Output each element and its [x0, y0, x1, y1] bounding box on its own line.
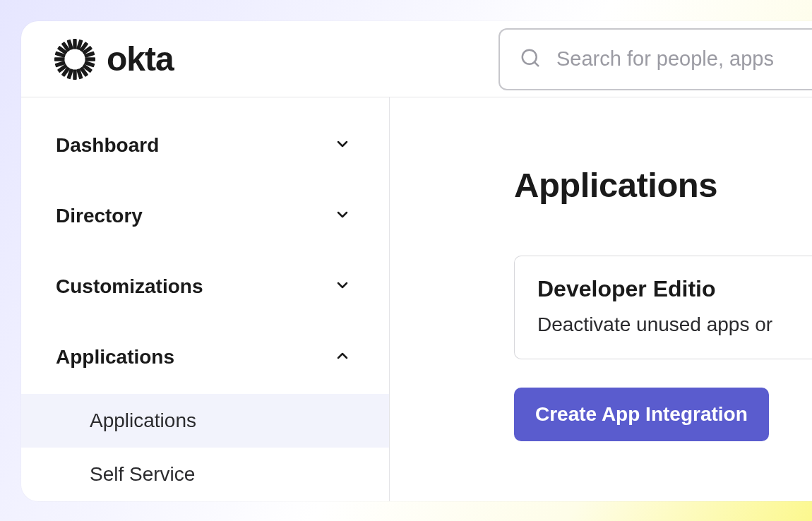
chevron-down-icon [334, 206, 351, 226]
brand-name: okta [107, 40, 174, 78]
sidebar-subitems-applications: Applications Self Service [21, 384, 389, 501]
create-app-integration-button[interactable]: Create App Integration [514, 388, 769, 441]
sidebar-item-label: Customizations [56, 275, 203, 298]
sidebar-item-directory[interactable]: Directory [21, 189, 389, 243]
sidebar-subitem-self-service[interactable]: Self Service [21, 448, 389, 501]
sidebar-item-label: Dashboard [56, 134, 159, 157]
main-content: Applications Developer Editio Deactivate… [390, 97, 812, 501]
notice-title: Developer Editio [537, 276, 812, 302]
sidebar-item-applications[interactable]: Applications [21, 330, 389, 384]
notice-box: Developer Editio Deactivate unused apps … [514, 256, 812, 359]
app-window: okta Dashboard Directory [21, 21, 812, 501]
sidebar-item-customizations[interactable]: Customizations [21, 260, 389, 313]
svg-line-2 [535, 61, 538, 65]
search-icon [520, 47, 541, 71]
search-input[interactable] [556, 47, 812, 71]
sidebar-item-label: Applications [56, 346, 174, 369]
sidebar: Dashboard Directory Customizations Appli… [21, 97, 390, 501]
chevron-down-icon [334, 136, 351, 155]
svg-rect-0 [73, 39, 76, 49]
okta-sun-icon [54, 39, 95, 80]
search-field[interactable] [498, 28, 812, 90]
chevron-down-icon [334, 277, 351, 297]
notice-body: Deactivate unused apps or [537, 313, 812, 336]
sidebar-item-label: Directory [56, 205, 143, 227]
body: Dashboard Directory Customizations Appli… [21, 97, 812, 501]
chevron-up-icon [334, 347, 351, 367]
brand-logo[interactable]: okta [54, 39, 174, 80]
sidebar-item-dashboard[interactable]: Dashboard [21, 119, 389, 172]
topbar: okta [21, 21, 812, 97]
page-title: Applications [514, 165, 812, 205]
sidebar-subitem-applications[interactable]: Applications [21, 394, 389, 448]
